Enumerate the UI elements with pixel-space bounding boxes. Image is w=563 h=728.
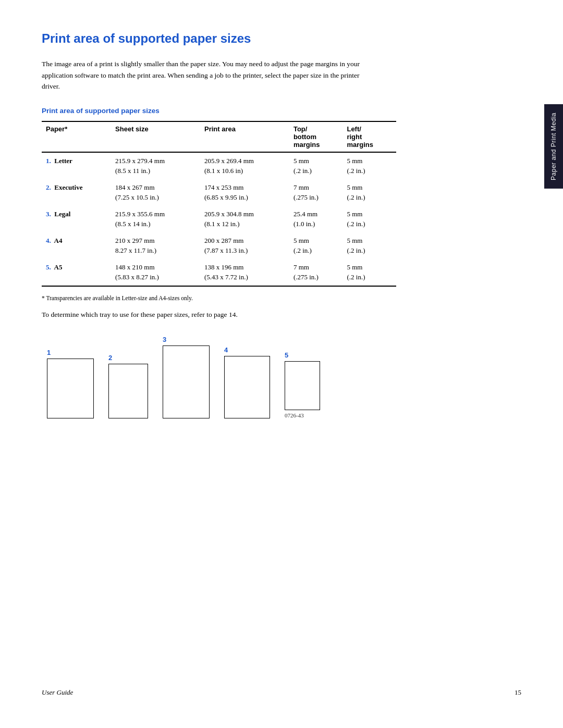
footer: User Guide 15: [42, 688, 521, 697]
cell-top-bottom: 5 mm(.2 in.): [289, 152, 343, 179]
table-row: 5. A5148 x 210 mm(5.83 x 8.27 in.)138 x …: [42, 259, 396, 286]
cell-paper-name: 4. A4: [42, 232, 111, 259]
page: Paper and Print Media Print area of supp…: [0, 0, 563, 728]
cell-left-right: 5 mm(.2 in.): [342, 179, 396, 206]
cell-sheet-size: 215.9 x 355.6 mm(8.5 x 14 in.): [111, 206, 200, 232]
table-row: 4. A4210 x 297 mm8.27 x 11.7 in.)200 x 2…: [42, 232, 396, 259]
cell-print-area: 200 x 287 mm(7.87 x 11.3 in.): [200, 232, 289, 259]
cell-print-area: 138 x 196 mm(5.43 x 7.72 in.): [200, 259, 289, 286]
side-tab: Paper and Print Media: [544, 104, 563, 189]
diagram-box-4: [224, 356, 270, 418]
diagram-label-1: 1: [47, 349, 51, 356]
cell-left-right: 5 mm(.2 in.): [342, 232, 396, 259]
footer-right: 15: [515, 688, 521, 697]
refer-text: To determine which tray to use for these…: [42, 311, 521, 319]
section-heading: Print area of supported paper sizes: [42, 107, 521, 115]
cell-paper-name: 3. Legal: [42, 206, 111, 232]
footer-left: User Guide: [42, 688, 73, 697]
col-header-paper: Paper*: [42, 121, 111, 152]
cell-left-right: 5 mm(.2 in.): [342, 259, 396, 286]
diagram-label-5: 5: [285, 351, 288, 359]
diagram-label-2: 2: [108, 354, 112, 362]
diagram-item-3: 3: [163, 336, 210, 418]
diagram-item-2: 2: [108, 354, 148, 418]
footnote: * Transparencies are available in Letter…: [42, 295, 521, 301]
cell-top-bottom: 25.4 mm(1.0 in.): [289, 206, 343, 232]
cell-sheet-size: 210 x 297 mm8.27 x 11.7 in.): [111, 232, 200, 259]
diagrams-row: 123450726-43: [42, 336, 521, 418]
col-header-sheet: Sheet size: [111, 121, 200, 152]
col-header-leftright: Left/rightmargins: [342, 121, 396, 152]
diagram-item-5: 50726-43: [285, 351, 320, 418]
cell-paper-name: 2. Executive: [42, 179, 111, 206]
cell-top-bottom: 5 mm(.2 in.): [289, 232, 343, 259]
cell-paper-name: 5. A5: [42, 259, 111, 286]
col-header-print: Print area: [200, 121, 289, 152]
intro-paragraph: The image area of a print is slightly sm…: [42, 58, 365, 92]
cell-sheet-size: 184 x 267 mm(7.25 x 10.5 in.): [111, 179, 200, 206]
diagram-item-1: 1: [47, 349, 94, 418]
paper-sizes-table: Paper* Sheet size Print area Top/bottomm…: [42, 121, 396, 287]
page-title: Print area of supported paper sizes: [42, 31, 521, 46]
cell-left-right: 5 mm(.2 in.): [342, 152, 396, 179]
cell-print-area: 174 x 253 mm(6.85 x 9.95 in.): [200, 179, 289, 206]
cell-top-bottom: 7 mm(.275 in.): [289, 179, 343, 206]
cell-left-right: 5 mm(.2 in.): [342, 206, 396, 232]
table-row: 3. Legal215.9 x 355.6 mm(8.5 x 14 in.)20…: [42, 206, 396, 232]
diagram-box-1: [47, 359, 94, 418]
diagram-box-5: [285, 361, 320, 410]
table-row: 1. Letter215.9 x 279.4 mm(8.5 x 11 in.)2…: [42, 152, 396, 179]
diagram-item-4: 4: [224, 346, 270, 418]
cell-print-area: 205.9 x 269.4 mm(8.1 x 10.6 in): [200, 152, 289, 179]
diagram-code: 0726-43: [285, 412, 304, 418]
diagram-box-3: [163, 346, 210, 418]
cell-sheet-size: 148 x 210 mm(5.83 x 8.27 in.): [111, 259, 200, 286]
cell-top-bottom: 7 mm(.275 in.): [289, 259, 343, 286]
table-row: 2. Executive184 x 267 mm(7.25 x 10.5 in.…: [42, 179, 396, 206]
col-header-topbottom: Top/bottommargins: [289, 121, 343, 152]
cell-print-area: 205.9 x 304.8 mm(8.1 x 12 in.): [200, 206, 289, 232]
diagram-box-2: [108, 364, 148, 418]
cell-paper-name: 1. Letter: [42, 152, 111, 179]
cell-sheet-size: 215.9 x 279.4 mm(8.5 x 11 in.): [111, 152, 200, 179]
diagram-label-3: 3: [163, 336, 166, 343]
diagram-label-4: 4: [224, 346, 228, 354]
